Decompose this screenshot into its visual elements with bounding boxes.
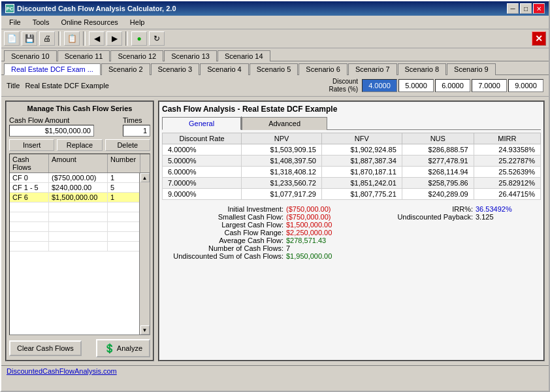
- cf-row-empty-5: [10, 242, 139, 252]
- rate-box-2[interactable]: 5.0000: [398, 79, 434, 92]
- clear-cash-flows-button[interactable]: Clear Cash Flows: [9, 340, 82, 356]
- results-npv-4: $1,077,917.29: [242, 189, 322, 200]
- menu-online-resources[interactable]: Online Resources: [56, 17, 123, 27]
- summary-undisc-sum: Undiscounted Sum of Cash Flows: $1,950,0…: [169, 252, 345, 260]
- results-mirr-0: 24.93358%: [474, 144, 540, 155]
- tab-scenario-14[interactable]: Scenario 14: [218, 50, 270, 61]
- summary-cf-range: Cash Flow Range: $2,250,000.00: [169, 229, 345, 237]
- results-npv-1: $1,408,397.50: [242, 155, 322, 167]
- largest-cf-value: $1,500,000.00: [286, 221, 345, 229]
- cf-row-1-5-number: 5: [108, 183, 139, 192]
- tab-scenario-3[interactable]: Scenario 3: [151, 63, 200, 75]
- col-npv: NPV: [242, 133, 322, 144]
- results-nus-4: $240,289.09: [402, 189, 474, 200]
- irr-label: IRR%:: [452, 205, 473, 213]
- tab-scenario-12[interactable]: Scenario 12: [110, 50, 163, 61]
- toolbar-save-btn[interactable]: 💾: [22, 31, 37, 46]
- cf-table-body[interactable]: CF 0 ($750,000.00) 1 CF 1 - 5 $240,000.0…: [10, 173, 139, 335]
- amount-col-header: Amount: [49, 154, 108, 172]
- cf-row-6[interactable]: CF 6 $1,500,000.00 1: [10, 193, 139, 203]
- menu-file[interactable]: File: [4, 17, 26, 27]
- results-nus-3: $258,795.86: [402, 178, 474, 189]
- app-icon: PC: [5, 4, 14, 13]
- website-link[interactable]: DiscountedCashFlowAnalysis.com: [7, 367, 117, 375]
- times-input[interactable]: [123, 125, 150, 137]
- results-nfv-4: $1,807,775.21: [321, 189, 402, 200]
- tab-scenario-8[interactable]: Scenario 8: [398, 63, 447, 75]
- cf-inputs: Cash Flow Amount Times: [9, 116, 150, 137]
- tab-scenario-6[interactable]: Scenario 6: [299, 63, 348, 75]
- rate-box-4[interactable]: 7.0000: [472, 79, 507, 92]
- cf-col-header: Cash Flows: [10, 154, 49, 172]
- results-nus-2: $268,114.94: [402, 167, 474, 178]
- tab-scenario-11[interactable]: Scenario 11: [57, 50, 110, 61]
- toolbar-sep2: [83, 31, 86, 46]
- analysis-tabs: General Advanced: [162, 116, 541, 130]
- right-panel-title: Cash Flow Analysis - Real Estate DCF Exa…: [162, 105, 541, 114]
- title-label: Title: [7, 82, 20, 90]
- summary-section: Initial Investment: ($750,000.00) Smalle…: [162, 205, 541, 260]
- cf-amount-group: Cash Flow Amount: [9, 116, 119, 137]
- insert-button[interactable]: Insert: [9, 139, 54, 151]
- undisc-sum-label: Undiscounted Sum of Cash Flows:: [173, 252, 283, 260]
- results-mirr-4: 26.44715%: [474, 189, 540, 200]
- scroll-down-btn[interactable]: ▼: [140, 325, 150, 335]
- analysis-tab-advanced[interactable]: Advanced: [242, 117, 327, 130]
- cf-row-1-5[interactable]: CF 1 - 5 $240,000.00 5: [10, 183, 139, 193]
- results-nfv-0: $1,902,924.85: [321, 144, 402, 155]
- cf-scrollbar[interactable]: ▲ ▼: [139, 173, 150, 335]
- replace-button[interactable]: Replace: [57, 139, 102, 151]
- toolbar-copy-btn[interactable]: 📋: [64, 31, 80, 46]
- rate-box-3[interactable]: 6.0000: [435, 79, 470, 92]
- tabs-row1: Scenario 10 Scenario 11 Scenario 12 Scen…: [1, 48, 549, 61]
- cf-row-empty-3: [10, 222, 139, 232]
- toolbar-new-btn[interactable]: 📄: [4, 31, 20, 46]
- close-button[interactable]: ✕: [533, 3, 545, 14]
- scroll-col-header: [140, 154, 150, 172]
- col-nfv: NFV: [321, 133, 402, 144]
- cf-amount-input[interactable]: [9, 125, 94, 137]
- tab-scenario-4[interactable]: Scenario 4: [200, 63, 249, 75]
- tab-scenario-10[interactable]: Scenario 10: [4, 50, 57, 61]
- tab-scenario-5[interactable]: Scenario 5: [250, 63, 299, 75]
- toolbar-back-btn[interactable]: ◀: [89, 31, 105, 46]
- toolbar-close-btn[interactable]: ✕: [532, 31, 546, 46]
- times-group: Times: [123, 116, 150, 137]
- maximize-button[interactable]: □: [520, 3, 532, 14]
- scroll-up-btn[interactable]: ▲: [140, 173, 150, 182]
- results-npv-2: $1,318,408.12: [242, 167, 322, 178]
- times-label: Times: [123, 116, 150, 124]
- toolbar-green-btn[interactable]: ●: [131, 31, 147, 46]
- results-nfv-2: $1,870,187.11: [321, 167, 402, 178]
- summary-largest-cf: Largest Cash Flow: $1,500,000.00: [169, 221, 345, 229]
- results-nus-0: $286,888.57: [402, 144, 474, 155]
- left-panel: Manage This Cash Flow Series Cash Flow A…: [5, 101, 154, 361]
- tabs-row2: Real Estate DCF Exam ... Scenario 2 Scen…: [1, 61, 549, 75]
- toolbar-print-btn[interactable]: 🖨: [39, 31, 55, 46]
- tab-scenario-7[interactable]: Scenario 7: [348, 63, 397, 75]
- menu-help[interactable]: Help: [125, 17, 150, 27]
- cf-row-6-amount: $1,500,000.00: [49, 193, 108, 202]
- cf-range-label: Cash Flow Range:: [225, 229, 284, 237]
- toolbar-refresh-btn[interactable]: ↻: [149, 31, 165, 46]
- rate-box-1[interactable]: 4.0000: [362, 79, 397, 92]
- minimize-button[interactable]: ─: [507, 3, 519, 14]
- tab-real-estate[interactable]: Real Estate DCF Exam ...: [4, 63, 101, 75]
- cf-row-0[interactable]: CF 0 ($750,000.00) 1: [10, 173, 139, 183]
- cf-row-empty-2: [10, 212, 139, 222]
- undisc-payback-value: 3.125: [476, 213, 534, 221]
- menu-tools[interactable]: Tools: [27, 17, 55, 27]
- delete-button[interactable]: Delete: [105, 139, 150, 151]
- status-bar: DiscountedCashFlowAnalysis.com: [1, 365, 549, 376]
- analysis-tab-general[interactable]: General: [162, 117, 241, 130]
- rate-box-5[interactable]: 9.0000: [508, 79, 543, 92]
- analyze-button[interactable]: 💲 Analyze: [96, 339, 150, 357]
- cf-action-buttons: Insert Replace Delete: [9, 139, 150, 151]
- cf-row-empty-1: [10, 203, 139, 212]
- tab-scenario-9[interactable]: Scenario 9: [447, 63, 496, 75]
- results-nus-1: $277,478.91: [402, 155, 474, 167]
- tab-scenario-13[interactable]: Scenario 13: [164, 50, 217, 61]
- tab-scenario-2[interactable]: Scenario 2: [101, 63, 150, 75]
- results-table-body: 4.0000% $1,503,909.15 $1,902,924.85 $286…: [163, 144, 541, 200]
- toolbar-fwd-btn[interactable]: ▶: [106, 31, 122, 46]
